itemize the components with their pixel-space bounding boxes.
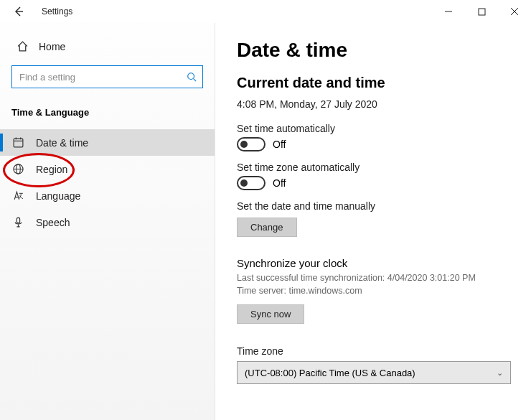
- sidebar-item-region[interactable]: Region: [0, 156, 215, 182]
- change-button[interactable]: Change: [237, 218, 297, 237]
- auto-tz-state: Off: [273, 177, 286, 189]
- home-nav[interactable]: Home: [0, 36, 215, 61]
- sidebar-item-label: Speech: [36, 217, 70, 228]
- search-icon: [187, 72, 197, 82]
- auto-time-label: Set time automatically: [237, 123, 509, 134]
- auto-time-state: Off: [273, 139, 286, 150]
- current-datetime-value: 4:08 PM, Monday, 27 July 2020: [237, 98, 509, 110]
- home-icon: [16, 40, 29, 52]
- svg-rect-13: [17, 218, 19, 223]
- back-button[interactable]: [7, 0, 30, 23]
- clock-icon: [11, 136, 24, 149]
- sidebar-item-date-time[interactable]: Date & time: [0, 129, 215, 156]
- close-icon: [510, 7, 519, 16]
- manual-time-label: Set the date and time manually: [237, 200, 509, 212]
- category-title: Time & Language: [0, 101, 215, 129]
- svg-point-4: [188, 73, 194, 80]
- auto-tz-label: Set time zone automatically: [237, 162, 509, 173]
- sidebar-item-label: Date & time: [36, 137, 88, 149]
- auto-time-toggle-row: Off: [237, 137, 509, 151]
- sidebar: Home Time & Language Date & time Region …: [0, 23, 215, 420]
- toggle-knob: [240, 141, 248, 148]
- app-title: Settings: [42, 6, 72, 17]
- timezone-value: (UTC-08:00) Pacific Time (US & Canada): [245, 368, 415, 378]
- minimize-icon: [444, 7, 453, 16]
- home-label: Home: [39, 41, 65, 52]
- svg-line-5: [194, 79, 197, 82]
- maximize-icon: [478, 8, 486, 16]
- window-controls: [432, 0, 531, 23]
- search-box[interactable]: [11, 65, 203, 88]
- auto-tz-toggle-row: Off: [237, 176, 509, 190]
- auto-tz-toggle[interactable]: [237, 176, 266, 190]
- search-input[interactable]: [18, 71, 164, 83]
- sync-heading: Synchronize your clock: [237, 257, 509, 269]
- sync-last-text: Last successful time synchronization: 4/…: [237, 272, 509, 285]
- sidebar-item-speech[interactable]: Speech: [0, 209, 215, 235]
- chevron-down-icon: ⌄: [497, 368, 503, 378]
- close-button[interactable]: [498, 0, 531, 23]
- sidebar-item-label: Language: [36, 190, 80, 202]
- toggle-knob: [240, 179, 248, 187]
- auto-time-toggle[interactable]: [237, 137, 266, 151]
- current-datetime-heading: Current date and time: [237, 75, 509, 91]
- back-arrow-icon: [13, 6, 24, 17]
- page-title: Date & time: [237, 39, 509, 62]
- timezone-label: Time zone: [237, 345, 509, 357]
- main-panel: Date & time Current date and time 4:08 P…: [215, 23, 531, 420]
- content: Home Time & Language Date & time Region …: [0, 23, 531, 420]
- titlebar: Settings: [0, 0, 531, 23]
- svg-rect-1: [479, 9, 485, 15]
- maximize-button[interactable]: [465, 0, 498, 23]
- sidebar-item-language[interactable]: Language: [0, 182, 215, 209]
- svg-rect-6: [14, 139, 23, 147]
- sidebar-item-label: Region: [36, 164, 67, 175]
- sync-server-text: Time server: time.windows.com: [237, 285, 509, 298]
- mic-icon: [11, 216, 24, 228]
- titlebar-left: Settings: [7, 0, 72, 23]
- globe-icon: [11, 163, 24, 175]
- language-icon: [11, 190, 24, 202]
- sync-now-button[interactable]: Sync now: [237, 304, 304, 324]
- timezone-dropdown[interactable]: (UTC-08:00) Pacific Time (US & Canada) ⌄: [237, 361, 511, 384]
- minimize-button[interactable]: [432, 0, 465, 23]
